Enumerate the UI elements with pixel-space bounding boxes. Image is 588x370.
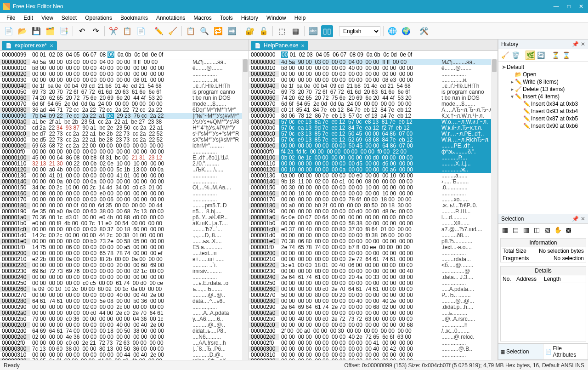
scrollbar-vertical[interactable] [491, 59, 498, 360]
find-icon[interactable]: 🔍 [198, 25, 210, 37]
hex-row[interactable]: 000002a000 00 00 00 00 00 00 c0 44 00 2e… [0, 310, 249, 316]
hex-row[interactable]: 0000020000 00 00 00 00 00 00 00 65 78 78… [0, 250, 249, 256]
hex-row[interactable]: 000002e000 00 00 00 00 00 00 00 40 2e 72… [249, 334, 498, 340]
new-file-icon[interactable]: 📄 [3, 25, 15, 37]
tab-close-icon[interactable]: ✕ [50, 43, 53, 48]
hex-row[interactable]: 000000b057 0c ea 13 9d 7e eb 12 84 7e ea… [249, 125, 498, 131]
hex-row[interactable]: 0000028064 61 74 61 00 00 00 00 5e 08 00… [0, 298, 249, 304]
save-as-icon[interactable]: 📑 [58, 25, 70, 37]
history-refresh-icon[interactable]: 🔄 [536, 51, 545, 60]
hex-row[interactable]: 000002d064 69 64 61 74 00 00 00 00 18 00… [0, 328, 249, 334]
hex-row[interactable]: 000000908d 06 78 12 86 7e eb 13 57 0c ef… [249, 113, 498, 119]
hex-row[interactable]: 0000025000 00 00 00 00 00 00 00 00 00 00… [249, 280, 498, 286]
hex-row[interactable]: 000000400e 1f ba 0e 00 b4 09 cd 21 b8 01… [249, 83, 498, 89]
tree-root[interactable]: ➤Default [499, 63, 587, 71]
hex-row[interactable]: 000001f02e 74 65 78 74 00 00 00 b7 ff 00… [249, 245, 498, 250]
hex-row[interactable]: 0000012000 00 a0 4b 00 00 00 00 00 00 5c… [0, 167, 249, 173]
hex-row[interactable]: 0000018000 00 00 00 00 0f 00 00 6d 35 00… [0, 203, 249, 209]
hex-row[interactable]: 0000015034 0c 00 2c 10 00 00 2c 14 4d 34… [0, 185, 249, 191]
scrollbar-vertical[interactable] [242, 59, 249, 360]
tab-file-attributes[interactable]: 📄 File Attributes [543, 344, 588, 359]
hex-row[interactable]: 000000004d 5a 90 00 03 00 00 00 04 00 00… [249, 59, 498, 65]
hex-row[interactable]: 000000a0a1 be 2f a1 be 2b 23 51 cc 2a 22… [0, 119, 249, 125]
hex-row[interactable]: 0000002000 00 00 00 00 00 00 00 00 00 00… [249, 71, 498, 77]
hex-row[interactable]: 0000025000 00 00 00 00 00 c0 c5 00 00 61… [0, 280, 249, 286]
goto-icon[interactable]: ➡️ [226, 25, 238, 37]
hex-row[interactable]: 0000010045 00 00 64 86 08 00 b8 6f 31 bc… [0, 155, 249, 161]
hex-body-left[interactable]: 000000004d 5a 90 00 03 00 00 00 04 00 00… [0, 59, 249, 360]
hex-row[interactable]: 0000016000 08 00 00 00 00 00 00 e0 00 00… [0, 191, 249, 197]
select-all-icon[interactable]: ▦ [289, 25, 301, 37]
redo-icon[interactable]: ↷ [90, 25, 102, 37]
maximize-button[interactable]: □ [567, 3, 571, 10]
menu-window[interactable]: Window [263, 14, 290, 22]
hex-row[interactable]: 000000c0be d7 22 73 cc 2a 22 a1 be 2b 22… [0, 131, 249, 137]
hex-row[interactable]: 00000010b8 00 00 00 00 00 00 00 40 00 00… [249, 65, 498, 71]
hex-row[interactable]: 000002f000 00 00 00 00 00 00 00 00 00 00… [249, 340, 498, 346]
history-clear-icon[interactable]: 🧹 [500, 51, 509, 60]
sel-mode5-icon[interactable]: ▧ [543, 225, 552, 234]
history-filter2-icon[interactable]: ⌛ [561, 51, 571, 60]
menu-operations[interactable]: Operations [81, 14, 116, 22]
hex-row[interactable]: 0000027000 00 00 00 00 00 00 00 00 00 40… [0, 292, 249, 298]
hex-row[interactable]: 0000032072 65 6c 6f 63 00 00 88 d4 00 00… [0, 358, 249, 360]
hex-row[interactable]: 000002c000 00 00 00 00 00 00 00 00 00 40… [0, 322, 249, 328]
hex-row[interactable]: 000001a070 36 00 1c d3 01 00 00 e0 4b 00… [0, 215, 249, 221]
menu-select[interactable]: Select [58, 14, 80, 22]
hex-row[interactable]: 0000011032 13 21 30 00 22 00 0b 02 0e 10… [0, 161, 249, 167]
pin-icon[interactable]: 📌 [572, 41, 579, 47]
menu-file[interactable]: File [3, 14, 19, 22]
edit-icon[interactable]: ✏️ [153, 25, 165, 37]
hex-row[interactable]: 0000019000 00 00 00 00 00 00 00 00 d0 00… [249, 209, 498, 215]
menu-history[interactable]: History [237, 14, 262, 22]
hex-row[interactable]: 00000210e2 2b 00 00 0a 00 00 00 f8 2b 00… [0, 256, 249, 262]
hex-row[interactable]: 0000006074 20 62 65 20 72 75 6e 20 69 6e… [249, 95, 498, 101]
hex-row[interactable]: 0000032000 00 00 00 00 00 00 00 00 00 00… [249, 358, 498, 360]
encrypt-icon[interactable]: 🔐 [244, 25, 256, 37]
tree-insert-item[interactable]: ✏️Insert 0x87 at 0xb5 [499, 115, 587, 122]
hex-row[interactable]: 000000004d 5a 90 00 03 00 00 00 04 00 00… [0, 59, 249, 65]
tab-selection[interactable]: ▦ Selection [498, 344, 543, 359]
hex-row[interactable]: 0000012000 10 00 00 00 00 00 0a 00 00 00… [249, 167, 498, 173]
hex-row[interactable]: 000000f0f4 2a fd fc 00 00 00 00 00 00 00… [249, 149, 498, 155]
hex-row[interactable]: 0000026000 00 00 00 00 c0 2e 70 64 61 74… [249, 286, 498, 292]
cut-icon[interactable]: ✂️ [107, 25, 119, 37]
web-home-icon[interactable]: 🌍 [400, 25, 412, 37]
hex-row[interactable]: 000002f000 00 00 00 c0 c0 2e 21 72 73 72… [0, 340, 249, 346]
hex-row[interactable]: 00000260fa 09 00 10 10 2c 00 00 80 02 00… [0, 286, 249, 292]
hex-row[interactable]: 000000e000 00 00 00 00 00 00 00 50 45 00… [249, 143, 498, 149]
save-icon[interactable]: 💾 [30, 25, 42, 37]
hex-row[interactable]: 000000d0be d5 22 73 cc 2a 22 a1 be 28 23… [0, 137, 249, 143]
hex-row[interactable]: 000000706d 6f 64 65 2e 0d 0d 0a 24 00 00… [249, 101, 498, 107]
sel-mode4-icon[interactable]: ◫ [532, 225, 541, 234]
hex-row[interactable]: 000001409b 18 11 00 02 00 60 c1 00 00 08… [249, 179, 498, 185]
hex-row[interactable]: 000000d057 0c e9 13 85 7e eb 12 52 69 63… [249, 137, 498, 143]
hex-row[interactable]: 0000006074 20 62 65 20 72 75 6e 20 69 6e… [0, 95, 249, 101]
hex-row[interactable]: 000001d000 00 00 00 00 00 00 00 00 00 f0… [249, 233, 498, 239]
hex-row[interactable]: 0000017000 00 00 00 00 00 00 00 00 06 00… [0, 197, 249, 203]
hex-row[interactable]: 0000003000 00 00 00 00 00 00 00 00 00 00… [0, 77, 249, 83]
tree-insert-item[interactable]: ✏️Insert 0x90 at 0xb6 [499, 122, 587, 130]
menu-help[interactable]: Help [291, 14, 310, 22]
settings-icon[interactable]: 🛠️ [418, 25, 430, 37]
tree-open[interactable]: 📂Open [499, 71, 587, 78]
web-update-icon[interactable]: 🌐 [386, 25, 398, 37]
hex-row[interactable]: 000001b0e0 b0 00 f8 4b 00 00 7c 11 e0 00… [0, 221, 249, 227]
hex-row[interactable]: 000002b000 00 40 00 00 c0 2e 72 73 72 63… [249, 316, 498, 322]
clipboard-icon[interactable]: 📋 [185, 25, 197, 37]
hex-row[interactable]: 000001c0e0 37 00 40 00 00 00 80 37 00 f8… [249, 227, 498, 233]
hex-row[interactable]: 0000031000 00 00 00 00 00 00 00 00 00 00… [249, 352, 498, 358]
tree-insert-item[interactable]: ✏️Insert 0x93 at 0xb4 [499, 108, 587, 115]
hex-row[interactable]: 000001000b 02 0e 1c 00 00 00 00 00 00 00… [249, 155, 498, 161]
paste-icon[interactable]: 📄 [135, 25, 147, 37]
hex-row[interactable]: 0000008036 ad 44 71 72 cc 2a 22 72 cc 2a… [0, 107, 249, 113]
hex-row[interactable]: 0000016000 00 10 00 00 00 00 00 00 00 00… [249, 191, 498, 197]
hex-row[interactable]: 000002203c e1 00 00 18 01 00 40 06 00 00… [249, 262, 498, 268]
history-branch-icon[interactable]: 🌿 [526, 51, 535, 60]
hex-row[interactable]: 000002e002 00 00 00 4e 36 00 00 00 00 00… [0, 334, 249, 340]
hex-row[interactable]: 0000013000 00 41 01 00 00 00 00 00 00 41… [0, 173, 249, 179]
hex-row[interactable]: 0000030000 00 00 00 00 00 00 00 00 00 00… [249, 346, 498, 352]
hex-row[interactable]: 000000f000 00 00 00 00 00 00 00 00 00 00… [0, 149, 249, 155]
hex-row[interactable]: 00000010b8 00 00 00 00 00 00 00 40 00 00… [0, 65, 249, 71]
language-select[interactable]: English [339, 26, 380, 36]
